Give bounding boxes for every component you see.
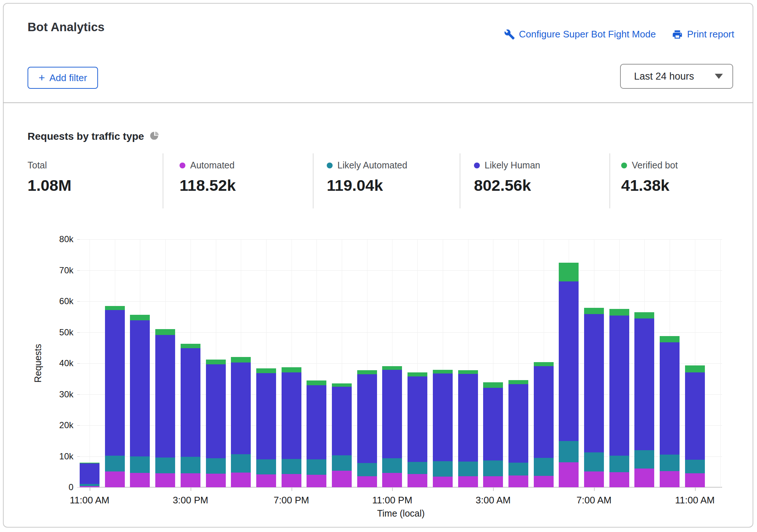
bar-segment-likely-human[interactable] — [206, 364, 226, 458]
bar-segment-automated[interactable] — [408, 474, 427, 487]
bar-segment-verified-bot[interactable] — [231, 357, 251, 362]
bar-segment-likely-automated[interactable] — [483, 460, 503, 476]
bar-segment-automated[interactable] — [458, 476, 478, 487]
bar-segment-automated[interactable] — [256, 474, 276, 487]
bar-segment-likely-automated[interactable] — [408, 462, 427, 474]
bar-segment-verified-bot[interactable] — [206, 360, 226, 365]
bar-segment-automated[interactable] — [609, 472, 629, 487]
bar-segment-verified-bot[interactable] — [382, 366, 402, 370]
bar-segment-verified-bot[interactable] — [357, 370, 377, 374]
bar-5-00-pm[interactable] — [231, 357, 251, 487]
bar-segment-likely-human[interactable] — [181, 348, 200, 457]
bar-segment-verified-bot[interactable] — [332, 383, 352, 387]
bar-segment-likely-automated[interactable] — [584, 452, 604, 471]
bar-segment-verified-bot[interactable] — [584, 308, 604, 314]
bar-12-00-am[interactable] — [408, 372, 427, 487]
bar-6-00-am[interactable] — [559, 263, 579, 487]
bar-segment-likely-automated[interactable] — [256, 459, 276, 474]
bar-segment-likely-automated[interactable] — [206, 458, 226, 474]
bar-4-00-pm[interactable] — [206, 360, 226, 487]
bar-segment-likely-automated[interactable] — [181, 457, 200, 473]
bar-segment-likely-human[interactable] — [105, 310, 125, 456]
bar-4-00-am[interactable] — [508, 380, 528, 487]
bar-segment-verified-bot[interactable] — [609, 309, 629, 316]
bar-segment-likely-human[interactable] — [609, 316, 629, 456]
bar-segment-verified-bot[interactable] — [458, 370, 478, 374]
bar-segment-likely-automated[interactable] — [231, 454, 251, 473]
bar-segment-likely-automated[interactable] — [155, 458, 175, 473]
bar-segment-verified-bot[interactable] — [256, 368, 276, 374]
bar-segment-verified-bot[interactable] — [181, 344, 200, 349]
bar-segment-verified-bot[interactable] — [660, 336, 680, 342]
bar-9-00-pm[interactable] — [332, 383, 352, 487]
bar-segment-automated[interactable] — [685, 473, 705, 487]
bar-segment-likely-automated[interactable] — [433, 461, 453, 477]
bar-segment-verified-bot[interactable] — [559, 263, 579, 281]
bar-segment-likely-human[interactable] — [256, 373, 276, 459]
bar-segment-likely-human[interactable] — [282, 372, 301, 459]
bar-5-00-am[interactable] — [534, 362, 554, 487]
bar-segment-automated[interactable] — [559, 462, 579, 487]
bar-segment-automated[interactable] — [105, 471, 125, 487]
bar-segment-likely-automated[interactable] — [508, 463, 528, 475]
bar-segment-automated[interactable] — [660, 471, 680, 487]
bar-6-00-pm[interactable] — [256, 368, 276, 487]
bar-segment-verified-bot[interactable] — [155, 329, 175, 335]
bar-segment-likely-human[interactable] — [508, 384, 528, 463]
bar-segment-likely-human[interactable] — [559, 281, 579, 441]
bar-segment-likely-human[interactable] — [584, 314, 604, 453]
bar-segment-likely-automated[interactable] — [357, 463, 377, 476]
bar-segment-likely-automated[interactable] — [660, 455, 680, 471]
bar-segment-likely-automated[interactable] — [458, 462, 478, 476]
bar-10-00-pm[interactable] — [357, 370, 377, 487]
bar-segment-verified-bot[interactable] — [105, 306, 125, 310]
bar-9-00-am[interactable] — [634, 312, 654, 487]
bar-segment-likely-human[interactable] — [483, 388, 503, 461]
bar-2-00-pm[interactable] — [155, 329, 175, 487]
bar-segment-automated[interactable] — [433, 477, 453, 487]
bar-3-00-am[interactable] — [483, 382, 503, 487]
bar-segment-likely-human[interactable] — [307, 385, 326, 459]
bar-segment-likely-automated[interactable] — [130, 456, 150, 473]
bar-segment-automated[interactable] — [332, 471, 352, 487]
bar-segment-likely-human[interactable] — [458, 374, 478, 462]
bar-segment-verified-bot[interactable] — [408, 372, 427, 376]
bar-segment-automated[interactable] — [584, 471, 604, 487]
print-report-link[interactable]: Print report — [672, 29, 734, 40]
bar-segment-automated[interactable] — [155, 473, 175, 487]
bar-3-00-pm[interactable] — [181, 344, 200, 487]
bar-segment-likely-automated[interactable] — [382, 458, 402, 473]
bar-segment-likely-automated[interactable] — [282, 459, 301, 474]
bar-segment-automated[interactable] — [181, 473, 200, 487]
bar-segment-automated[interactable] — [206, 474, 226, 487]
bar-11-00-am[interactable] — [685, 365, 705, 487]
bar-segment-likely-automated[interactable] — [559, 441, 579, 462]
bar-segment-likely-human[interactable] — [660, 342, 680, 455]
bar-segment-verified-bot[interactable] — [483, 382, 503, 388]
bar-segment-likely-human[interactable] — [155, 335, 175, 458]
time-range-select[interactable]: Last 24 hours — [620, 64, 733, 89]
bar-segment-automated[interactable] — [282, 474, 301, 487]
bar-1-00-pm[interactable] — [130, 315, 150, 487]
bar-segment-automated[interactable] — [307, 475, 326, 487]
bar-segment-automated[interactable] — [534, 476, 554, 487]
bar-segment-automated[interactable] — [483, 476, 503, 487]
bar-segment-verified-bot[interactable] — [282, 367, 301, 372]
bar-segment-likely-human[interactable] — [130, 320, 150, 457]
bar-segment-likely-human[interactable] — [433, 374, 453, 461]
bar-8-00-am[interactable] — [609, 309, 629, 487]
bar-11-00-am[interactable] — [80, 463, 99, 487]
configure-super-bot-fight-mode-link[interactable]: Configure Super Bot Fight Mode — [504, 29, 656, 40]
bar-segment-automated[interactable] — [508, 475, 528, 487]
bar-segment-likely-automated[interactable] — [332, 455, 352, 471]
bar-segment-verified-bot[interactable] — [307, 380, 326, 385]
bar-7-00-am[interactable] — [584, 308, 604, 487]
bar-12-00-pm[interactable] — [105, 306, 125, 487]
bar-segment-automated[interactable] — [357, 476, 377, 487]
bar-segment-likely-automated[interactable] — [634, 450, 654, 469]
bar-segment-likely-human[interactable] — [382, 370, 402, 458]
bar-segment-automated[interactable] — [382, 473, 402, 487]
bar-11-00-pm[interactable] — [382, 366, 402, 487]
bar-segment-verified-bot[interactable] — [508, 380, 528, 385]
bar-segment-likely-human[interactable] — [534, 366, 554, 458]
